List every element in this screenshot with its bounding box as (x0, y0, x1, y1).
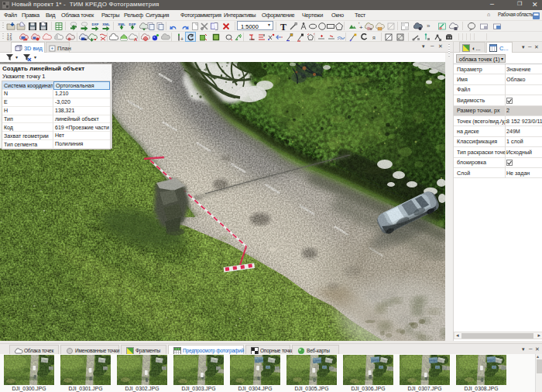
svg-text:+: + (180, 36, 184, 42)
svg-text:T: T (280, 22, 286, 31)
svg-text:DXF: DXF (92, 22, 99, 26)
svg-text:0.5: 0.5 (7, 37, 12, 41)
svg-text:+: + (359, 24, 363, 31)
svg-text:я: я (372, 35, 376, 40)
svg-text:XML: XML (102, 22, 110, 26)
